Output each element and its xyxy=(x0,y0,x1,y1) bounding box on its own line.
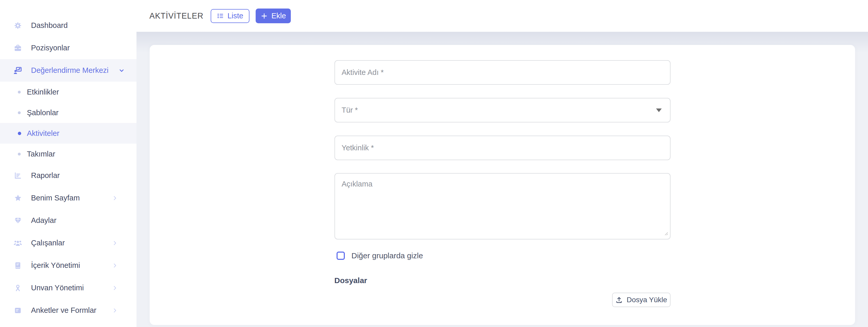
sidebar-item-adaylar[interactable]: Adaylar xyxy=(0,209,136,232)
sidebar-item-anketler-ve-formlar[interactable]: Anketler ve Formlar xyxy=(0,299,136,322)
plus-icon xyxy=(260,12,268,20)
list-icon xyxy=(217,12,224,20)
sidebar-item-takimlar[interactable]: Takımlar xyxy=(0,143,136,164)
hide-in-groups-label: Diğer gruplarda gizle xyxy=(351,251,423,260)
sidebar-item-label: Benim Sayfam xyxy=(31,194,80,202)
hide-in-groups-checkbox[interactable] xyxy=(337,252,345,260)
sidebar-item-label: Etkinlikler xyxy=(27,88,59,96)
chevron-right-icon xyxy=(112,195,118,201)
dropdown-caret-icon xyxy=(656,108,662,112)
chevron-right-icon xyxy=(112,240,118,246)
upload-icon xyxy=(615,296,623,304)
content-card: Tür * Diğer gruplarda gizle Dosyalar xyxy=(150,45,855,325)
users-icon xyxy=(13,239,22,248)
hide-in-groups-row: Diğer gruplarda gizle xyxy=(335,250,671,261)
upload-row: Dosya Yükle xyxy=(335,293,671,307)
sidebar-item-label: Unvan Yönetimi xyxy=(31,284,84,292)
description-field-wrap xyxy=(335,173,671,239)
gear-icon xyxy=(13,21,22,30)
activity-form: Tür * Diğer gruplarda gizle Dosyalar xyxy=(335,60,671,307)
sidebar-item-label: Değerlendirme Merkezi xyxy=(31,66,108,75)
bullet-icon xyxy=(18,91,21,94)
description-textarea[interactable] xyxy=(335,173,671,239)
chevron-down-icon xyxy=(118,67,125,74)
sidebar-item-label: Şablonlar xyxy=(27,108,59,117)
sidebar-item-pozisyonlar[interactable]: Pozisyonlar xyxy=(0,37,136,59)
sidebar-item-label: Takımlar xyxy=(27,150,55,158)
sidebar-item-label: Dashboard xyxy=(31,21,68,30)
sidebar-item-benim-sayfam[interactable]: Benim Sayfam xyxy=(0,187,136,209)
upload-file-button[interactable]: Dosya Yükle xyxy=(612,293,671,307)
bullet-icon xyxy=(18,132,21,135)
sidebar-item-sablonlar[interactable]: Şablonlar xyxy=(0,102,136,123)
competency-input[interactable] xyxy=(335,136,671,160)
sidebar-item-calisanlar[interactable]: Çalışanlar xyxy=(0,232,136,254)
star-icon xyxy=(13,194,22,202)
sidebar-item-label: Anketler ve Formlar xyxy=(31,306,96,315)
ekle-button-label: Ekle xyxy=(271,12,286,20)
sidebar-item-degerlendirme-merkezi[interactable]: Değerlendirme Merkezi xyxy=(0,59,136,81)
chevron-right-icon xyxy=(112,285,118,291)
briefcase-icon xyxy=(13,44,22,53)
bullet-icon xyxy=(18,111,21,114)
sidebar-item-label: Raporlar xyxy=(31,171,60,180)
bullet-icon xyxy=(18,153,21,156)
sidebar-item-label: İçerik Yönetimi xyxy=(31,261,80,270)
sidebar-item-raporlar[interactable]: Raporlar xyxy=(0,164,136,187)
type-select[interactable]: Tür * xyxy=(335,98,671,123)
book-icon xyxy=(13,261,22,270)
assessment-icon xyxy=(13,66,22,75)
sidebar-item-dashboard[interactable]: Dashboard xyxy=(0,14,136,37)
sidebar-item-unvan-yonetimi[interactable]: Unvan Yönetimi xyxy=(0,276,136,299)
page-title: AKTİVİTELER xyxy=(149,11,204,21)
chevron-right-icon xyxy=(112,262,118,269)
ekle-button[interactable]: Ekle xyxy=(256,8,291,23)
sidebar-item-label: Çalışanlar xyxy=(31,239,65,247)
ribbon-icon xyxy=(13,284,22,292)
sidebar: Dashboard Pozisyonlar Değerlendirme Merk… xyxy=(0,0,136,327)
sidebar-item-etkinlikler[interactable]: Etkinlikler xyxy=(0,81,136,102)
chart-icon xyxy=(13,171,22,180)
activity-name-input[interactable] xyxy=(335,60,671,85)
liste-button-label: Liste xyxy=(227,12,243,20)
sidebar-item-label: Aktiviteler xyxy=(27,129,59,138)
sidebar-item-label: Adaylar xyxy=(31,216,56,225)
gem-icon xyxy=(13,216,22,225)
upload-button-label: Dosya Yükle xyxy=(627,296,667,304)
sidebar-item-icerik-yonetimi[interactable]: İçerik Yönetimi xyxy=(0,254,136,276)
sidebar-item-label: Pozisyonlar xyxy=(31,44,70,52)
type-select-placeholder: Tür * xyxy=(342,106,358,115)
sidebar-item-aktiviteler[interactable]: Aktiviteler xyxy=(0,123,136,143)
files-section-label: Dosyalar xyxy=(335,276,671,285)
chevron-right-icon xyxy=(112,307,118,314)
liste-button[interactable]: Liste xyxy=(211,9,249,23)
form-icon xyxy=(13,306,22,315)
